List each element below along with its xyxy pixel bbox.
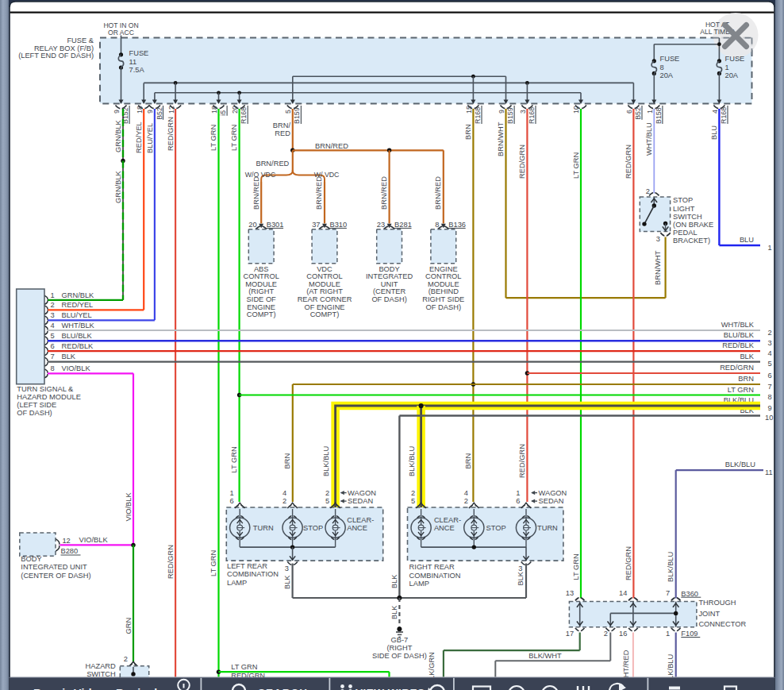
svg-text:18: 18	[210, 106, 218, 114]
svg-text:STOP: STOP	[486, 524, 506, 532]
svg-text:(CENTER OF DASH): (CENTER OF DASH)	[21, 572, 90, 580]
svg-text:BLK: BLK	[740, 353, 754, 360]
svg-text:MODULE: MODULE	[245, 280, 277, 288]
svg-text:WHT/BLK: WHT/BLK	[721, 321, 755, 329]
svg-text:RED: RED	[275, 129, 290, 137]
svg-text:BLK: BLK	[283, 575, 291, 589]
svg-text:COMBINATION: COMBINATION	[409, 572, 461, 580]
svg-text:BLK/BLU: BLK/BLU	[322, 446, 330, 476]
svg-text:VIEW WIRES: VIEW WIRES	[355, 687, 425, 690]
svg-text:INTEGRATED UNIT: INTEGRATED UNIT	[21, 563, 87, 571]
svg-text:LT GRN: LT GRN	[230, 446, 238, 472]
svg-text:LAMP: LAMP	[227, 579, 247, 587]
svg-text:5: 5	[325, 497, 329, 505]
svg-text:RED/GRN: RED/GRN	[720, 364, 754, 372]
svg-text:FUSE: FUSE	[725, 55, 745, 63]
svg-text:RIGHT REAR: RIGHT REAR	[409, 563, 455, 571]
svg-text:JOINT: JOINT	[698, 610, 720, 618]
svg-text:RED/YEL: RED/YEL	[135, 121, 143, 153]
svg-text:16: 16	[619, 630, 627, 638]
svg-text:1: 1	[725, 64, 729, 71]
svg-text:STOP: STOP	[673, 196, 693, 204]
svg-text:PEDAL: PEDAL	[673, 229, 698, 237]
svg-text:20: 20	[248, 221, 256, 229]
svg-text:(LEFT SIDE: (LEFT SIDE	[17, 401, 56, 409]
svg-text:2: 2	[51, 301, 55, 309]
svg-text:2: 2	[646, 187, 650, 195]
svg-text:12: 12	[62, 537, 70, 545]
svg-text:9: 9	[768, 404, 772, 412]
svg-text:SWITCH: SWITCH	[86, 670, 116, 678]
svg-text:TURN: TURN	[537, 524, 558, 532]
svg-text:COMPT): COMPT)	[247, 310, 276, 318]
svg-text:RED/GRN: RED/GRN	[167, 545, 175, 579]
svg-text:BLU: BLU	[740, 236, 754, 244]
svg-text:ENGINE: ENGINE	[429, 265, 458, 273]
svg-text:20: 20	[231, 106, 239, 114]
svg-text:4: 4	[51, 322, 55, 330]
svg-text:STOP: STOP	[303, 524, 323, 532]
svg-text:CLEAR-: CLEAR-	[347, 516, 374, 524]
svg-text:R168: R168	[474, 107, 482, 124]
svg-text:5: 5	[768, 360, 772, 368]
svg-text:R168: R168	[720, 107, 728, 124]
svg-text:5: 5	[411, 497, 415, 505]
svg-text:RED/GRN: RED/GRN	[625, 145, 632, 179]
svg-text:15: 15	[465, 106, 473, 114]
svg-text:ANCE: ANCE	[347, 524, 367, 532]
svg-text:3: 3	[656, 235, 660, 243]
svg-text:VDC: VDC	[317, 265, 332, 273]
svg-text:4: 4	[464, 489, 468, 497]
svg-text:BODY: BODY	[21, 555, 41, 563]
svg-text:SEARCH: SEARCH	[258, 687, 308, 690]
svg-text:BLK: BLK	[390, 574, 398, 588]
svg-text:BLU/YEL: BLU/YEL	[146, 123, 154, 153]
svg-text:(AT RIGHT: (AT RIGHT	[306, 287, 343, 295]
svg-text:6: 6	[768, 372, 772, 380]
svg-text:(BEHIND: (BEHIND	[429, 287, 459, 295]
svg-text:BLU/BLK: BLU/BLK	[62, 332, 93, 340]
svg-text:6: 6	[230, 497, 234, 505]
svg-text:LT GRN: LT GRN	[209, 550, 217, 576]
svg-text:COMBINATION: COMBINATION	[227, 570, 279, 578]
svg-text:3: 3	[51, 311, 55, 319]
svg-text:BRN/: BRN/	[273, 121, 291, 129]
svg-text:20A: 20A	[725, 71, 739, 79]
svg-text:TURN SIGNAL &: TURN SIGNAL &	[17, 385, 74, 393]
svg-text:GRN/BLK: GRN/BLK	[114, 119, 122, 152]
svg-text:BRN: BRN	[738, 375, 754, 383]
svg-text:LIGHT: LIGHT	[673, 205, 695, 213]
svg-text:7: 7	[666, 589, 670, 597]
svg-text:(RIGHT: (RIGHT	[248, 287, 274, 295]
svg-text:1: 1	[516, 489, 520, 497]
svg-text:OF DASH): OF DASH)	[426, 303, 461, 311]
svg-text:11: 11	[129, 58, 137, 66]
svg-text:8: 8	[660, 64, 664, 71]
svg-text:BRN/WHT: BRN/WHT	[654, 250, 662, 285]
svg-text:RED/YEL: RED/YEL	[62, 301, 94, 309]
svg-text:CONTROL: CONTROL	[306, 272, 342, 280]
svg-text:BRN/RED: BRN/RED	[315, 142, 348, 150]
svg-text:WAGON: WAGON	[348, 489, 376, 497]
svg-text:18: 18	[136, 106, 144, 114]
svg-text:GRN: GRN	[125, 618, 133, 634]
svg-text:BLU: BLU	[710, 125, 718, 140]
svg-text:B136: B136	[448, 221, 466, 229]
svg-text:3: 3	[768, 339, 772, 347]
svg-text:RED/GRN: RED/GRN	[518, 444, 526, 478]
svg-text:R168: R168	[240, 107, 248, 124]
svg-text:6: 6	[625, 110, 633, 114]
svg-text:14: 14	[619, 589, 627, 597]
svg-text:7: 7	[768, 383, 772, 391]
svg-text:VIO/BLK: VIO/BLK	[125, 492, 133, 522]
svg-text:THROUGH: THROUGH	[698, 599, 736, 607]
svg-text:8: 8	[768, 393, 772, 401]
svg-text:9: 9	[113, 110, 121, 114]
svg-text:BRN/RED: BRN/RED	[315, 176, 323, 210]
svg-text:OF DASH): OF DASH)	[17, 409, 52, 417]
svg-text:(RIGHT: (RIGHT	[386, 644, 412, 652]
svg-text:LT GRN: LT GRN	[209, 125, 217, 151]
svg-text:VIO/BLK: VIO/BLK	[79, 536, 109, 544]
svg-text:B280: B280	[61, 547, 79, 555]
svg-text:B158: B158	[655, 107, 663, 124]
